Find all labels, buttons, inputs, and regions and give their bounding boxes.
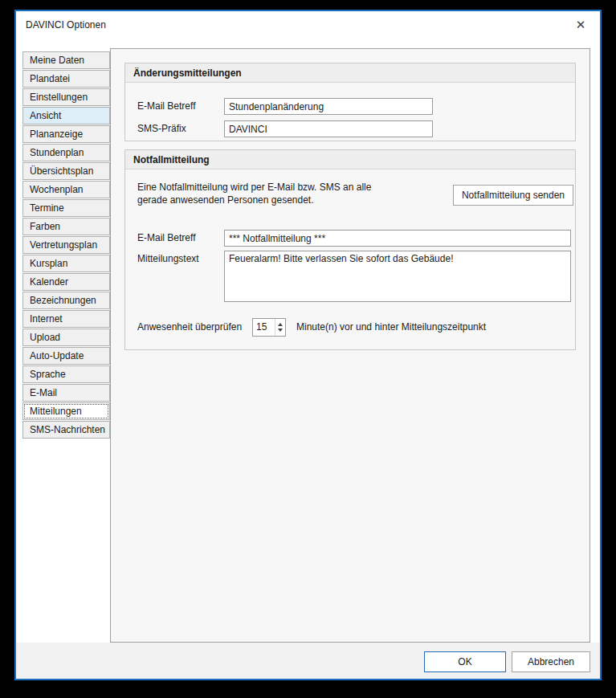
sidebar-item-stundenplan[interactable]: Stundenplan [22, 144, 110, 161]
message-text-area[interactable]: Feueralarm! Bitte verlassen Sie sofort d… [224, 251, 571, 302]
change-notifications-group: Änderungsmitteilungen E-Mail Betreff SMS… [124, 63, 576, 141]
sidebar-item-einstellungen[interactable]: Einstellungen [22, 88, 110, 106]
emergency-notification-group: Notfallmitteilung Eine Notfallmitteilung… [124, 149, 576, 350]
sidebar-item-e-mail[interactable]: E-Mail [22, 384, 110, 402]
sms-prefix-input[interactable] [224, 120, 433, 137]
emergency-email-subject-input[interactable] [224, 230, 571, 247]
sidebar-item-farben[interactable]: Farben [22, 218, 110, 235]
sidebar-item-kursplan[interactable]: Kursplan [22, 255, 110, 272]
sms-prefix-label: SMS-Präfix [137, 120, 186, 137]
emergency-description-line2: gerade anwesenden Personen gesendet. [137, 194, 371, 206]
presence-minutes-value: 15 [253, 319, 275, 336]
sidebar-item-meine-daten[interactable]: Meine Daten [22, 51, 110, 69]
presence-check-suffix: Minute(n) vor und hinter Mitteilungszeit… [296, 319, 486, 336]
title-bar[interactable]: DAVINCI Optionen [16, 11, 600, 39]
sidebar-item-termine[interactable]: Termine [22, 199, 110, 217]
sidebar-item-mitteilungen[interactable]: Mitteilungen [22, 402, 110, 420]
change-notifications-group-title: Änderungsmitteilungen [125, 63, 575, 83]
dialog-footer: OK Abbrechen [16, 643, 600, 679]
options-tab-list: Meine Daten Plandatei Einstellungen Ansi… [22, 51, 110, 439]
sidebar-item-plandatei[interactable]: Plandatei [22, 70, 110, 88]
emergency-notification-group-title: Notfallmitteilung [125, 150, 575, 169]
presence-minutes-stepper[interactable]: 15 [252, 318, 286, 337]
sidebar-item-ansicht[interactable]: Ansicht [22, 107, 110, 124]
sidebar-item-wochenplan[interactable]: Wochenplan [22, 181, 110, 198]
sidebar-item-upload[interactable]: Upload [22, 329, 110, 346]
sidebar-item-auto-update[interactable]: Auto-Update [22, 347, 110, 365]
emergency-description: Eine Notfallmitteilung wird per E-Mail b… [137, 181, 371, 206]
ok-button[interactable]: OK [424, 651, 506, 672]
sidebar-item-vertretungsplan[interactable]: Vertretungsplan [22, 236, 110, 254]
dialog-title: DAVINCI Optionen [26, 19, 106, 31]
mitteilungen-page: Änderungsmitteilungen E-Mail Betreff SMS… [110, 48, 590, 643]
spinner-down-icon[interactable] [278, 329, 283, 332]
emergency-description-line1: Eine Notfallmitteilung wird per E-Mail b… [137, 181, 371, 194]
close-icon[interactable]: ✕ [571, 16, 590, 34]
sidebar-item-sprache[interactable]: Sprache [22, 365, 110, 383]
emergency-email-subject-label: E-Mail Betreff [137, 230, 195, 247]
presence-check-label: Anwesenheit überprüfen [137, 319, 242, 336]
stepper-arrows [275, 319, 285, 336]
options-dialog: DAVINCI Optionen ✕ Meine Daten Plandatei… [14, 10, 602, 680]
email-subject-label: E-Mail Betreff [137, 98, 195, 115]
cancel-button[interactable]: Abbrechen [512, 651, 590, 672]
email-subject-input[interactable] [224, 98, 433, 115]
screen-background: DAVINCI Optionen ✕ Meine Daten Plandatei… [0, 0, 616, 698]
sidebar-item-kalender[interactable]: Kalender [22, 273, 110, 291]
send-emergency-button[interactable]: Notfallmitteilung senden [453, 185, 573, 206]
sidebar-item-plananzeige[interactable]: Plananzeige [22, 125, 110, 143]
sidebar-item-bezeichnungen[interactable]: Bezeichnungen [22, 292, 110, 309]
message-text-label: Mitteilungstext [137, 251, 199, 267]
sidebar-item-uebersichtsplan[interactable]: Übersichtsplan [22, 162, 110, 180]
spinner-up-icon[interactable] [278, 323, 283, 326]
sidebar-item-internet[interactable]: Internet [22, 310, 110, 328]
sidebar-item-sms-nachrichten[interactable]: SMS-Nachrichten [22, 421, 110, 439]
